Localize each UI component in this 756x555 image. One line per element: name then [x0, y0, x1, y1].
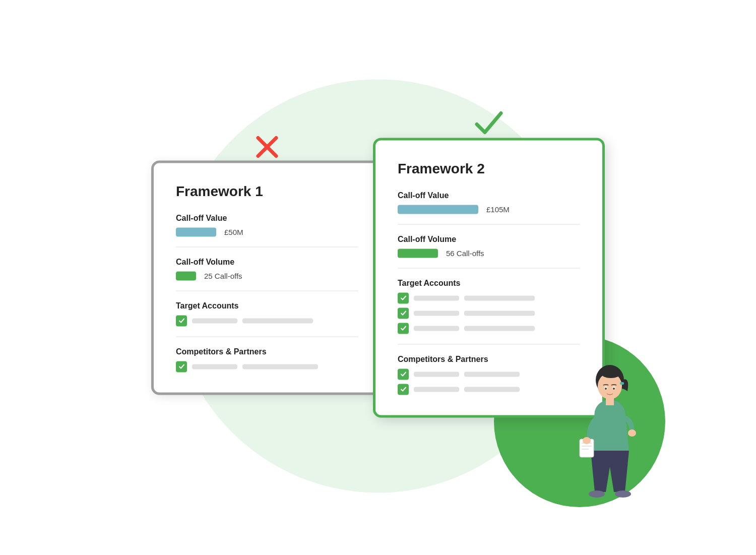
framework2-volume-bar: [398, 249, 438, 258]
line-med: [464, 387, 520, 392]
framework2-volume-amount: 56 Call-offs: [446, 249, 484, 258]
svg-point-8: [589, 490, 605, 498]
framework1-calloff-value-row: £50M: [176, 227, 358, 236]
framework1-value-amount: £50M: [224, 228, 243, 236]
framework2-competitors-label: Competitors & Partners: [398, 354, 580, 363]
svg-point-18: [613, 388, 615, 390]
framework2-calloff-volume-row: 56 Call-offs: [398, 249, 580, 258]
line-long: [464, 295, 535, 300]
cards-container: Framework 1 Call-off Value £50M Call-off…: [126, 138, 630, 417]
checkbox: [398, 323, 409, 334]
line-short: [192, 318, 237, 323]
framework1-target-accounts-label: Target Accounts: [176, 301, 358, 310]
checkbox: [398, 384, 409, 395]
divider3: [176, 336, 358, 337]
svg-point-17: [605, 388, 607, 390]
line-short: [414, 311, 459, 316]
framework1-calloff-volume-row: 25 Call-offs: [176, 271, 358, 280]
divider5: [398, 268, 580, 268]
list-item: [398, 292, 580, 303]
framework2-value-bar: [398, 205, 478, 214]
divider6: [398, 344, 580, 344]
framework2-calloff-value-row: £105M: [398, 205, 580, 214]
list-item: [398, 307, 580, 319]
framework2-title: Framework 2: [398, 160, 580, 176]
framework1-title: Framework 1: [176, 183, 358, 199]
framework1-card: Framework 1 Call-off Value £50M Call-off…: [151, 160, 383, 395]
line-short: [414, 326, 459, 331]
line-short: [414, 295, 459, 300]
check-marker: [475, 110, 503, 141]
divider4: [398, 224, 580, 224]
list-item: [398, 323, 580, 334]
x-marker: [254, 134, 280, 164]
person-illustration: [570, 361, 650, 502]
line-long: [242, 318, 313, 323]
list-item: [398, 384, 580, 395]
line-long: [464, 311, 535, 316]
framework1-calloff-value-label: Call-off Value: [176, 213, 358, 222]
framework1-volume-bar: [176, 271, 196, 280]
svg-point-7: [628, 429, 636, 437]
line-med: [464, 372, 520, 377]
framework2-target-accounts-label: Target Accounts: [398, 278, 580, 287]
framework2-competitors-list: [398, 368, 580, 395]
framework1-value-bar: [176, 227, 216, 236]
framework1-competitors-label: Competitors & Partners: [176, 347, 358, 356]
framework2-calloff-value-label: Call-off Value: [398, 191, 580, 200]
svg-rect-6: [606, 397, 614, 405]
checkbox: [398, 292, 409, 303]
line-long: [464, 326, 535, 331]
line-short: [414, 387, 459, 392]
framework1-volume-amount: 25 Call-offs: [204, 272, 242, 280]
framework2-calloff-volume-label: Call-off Volume: [398, 234, 580, 243]
list-item: [176, 315, 358, 326]
framework1-calloff-volume-label: Call-off Volume: [176, 257, 358, 266]
svg-point-14: [583, 437, 591, 444]
checkbox: [176, 315, 187, 326]
framework1-target-accounts-list: [176, 315, 358, 326]
line-short: [414, 372, 459, 377]
list-item: [398, 368, 580, 380]
checkbox: [398, 368, 409, 380]
checkbox: [176, 361, 187, 372]
svg-point-9: [615, 490, 631, 498]
checkbox: [398, 307, 409, 319]
line-short: [192, 364, 237, 369]
divider2: [176, 290, 358, 291]
divider1: [176, 246, 358, 247]
list-item: [176, 361, 358, 372]
framework2-value-amount: £105M: [486, 205, 510, 214]
svg-point-4: [602, 370, 620, 378]
svg-rect-5: [620, 382, 624, 385]
framework1-competitors-list: [176, 361, 358, 372]
framework2-target-accounts-list: [398, 292, 580, 334]
line-long: [242, 364, 318, 369]
